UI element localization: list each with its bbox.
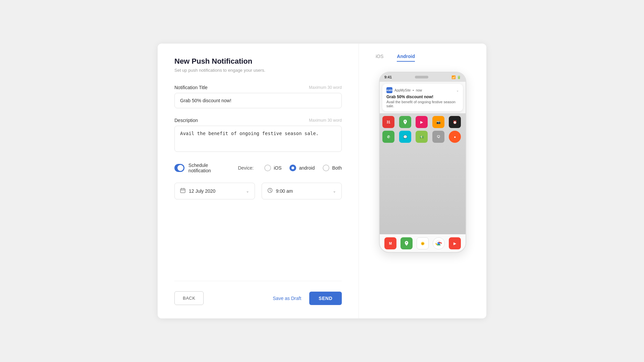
time-chevron-icon: ⌄ xyxy=(333,189,336,193)
tab-ios[interactable]: iOS xyxy=(376,54,383,62)
notif-app: AMS AppMySite • now xyxy=(386,87,422,93)
dock-photos: 🌞 xyxy=(417,237,429,249)
description-header: Description Maximum 30 word xyxy=(174,118,342,123)
description-group: Description Maximum 30 word Avail the be… xyxy=(174,118,342,153)
app-icon-chat: 💬 xyxy=(399,131,411,143)
radio-both[interactable]: Both xyxy=(323,165,342,171)
radio-android[interactable]: android xyxy=(289,165,315,171)
notif-expand-icon: ⌄ xyxy=(456,88,459,92)
left-panel: New Push Notification Set up push notifi… xyxy=(158,44,359,318)
notif-separator: • xyxy=(413,88,414,92)
preview-tabs: iOS Android xyxy=(369,54,415,62)
notif-app-name: AppMySite xyxy=(394,88,411,92)
phone-status-icons: 📶 🔋 xyxy=(451,75,461,79)
phone-app-grid: 31 ▶ 📷 ⏰ ✆ 💬 💵 🗨 ● xyxy=(380,113,466,145)
description-label: Description xyxy=(174,118,198,123)
app-icon-maps xyxy=(399,116,411,128)
footer-right: Save as Draft SEND xyxy=(273,292,342,305)
radio-both-label: Both xyxy=(332,165,342,171)
svg-rect-0 xyxy=(180,189,185,193)
notification-title-header: Notification Title Maximum 30 word xyxy=(174,85,342,90)
device-group: Device: iOS android Both xyxy=(238,165,342,171)
phone-dock: M 🌞 ▶ xyxy=(380,234,466,252)
radio-android-circle xyxy=(289,165,296,171)
app-icon-clock: ⏰ xyxy=(449,116,461,128)
notification-card: AMS AppMySite • now ⌄ Grab 50% discount … xyxy=(382,84,463,111)
radio-both-circle xyxy=(323,165,329,171)
phone-time: 9:41 xyxy=(384,75,392,79)
phone-mockup: 9:41 📶 🔋 AMS AppMySite • now xyxy=(379,72,466,253)
save-draft-button[interactable]: Save as Draft xyxy=(273,296,301,301)
radio-android-label: android xyxy=(299,165,315,171)
description-hint: Maximum 30 word xyxy=(309,118,342,123)
device-label: Device: xyxy=(238,165,254,171)
page-subtitle: Set up push notifications to engage your… xyxy=(174,68,342,73)
date-picker[interactable]: 12 July 2020 ⌄ xyxy=(174,183,255,199)
send-button[interactable]: SEND xyxy=(309,292,342,305)
app-icon-small: AMS xyxy=(386,87,392,93)
battery-icon: 🔋 xyxy=(457,75,461,79)
app-icon-chrome-top: ● xyxy=(449,131,461,143)
app-icon-calendar: 31 xyxy=(382,116,394,128)
date-chevron-icon: ⌄ xyxy=(246,189,249,193)
time-picker[interactable]: 9:00 am ⌄ xyxy=(262,183,342,199)
notification-title-input[interactable] xyxy=(174,93,342,108)
app-icon-play: ▶ xyxy=(416,116,428,128)
dock-maps xyxy=(400,237,413,249)
dock-gmail: M xyxy=(384,237,396,249)
right-panel: iOS Android 9:41 📶 🔋 AMS xyxy=(359,44,486,318)
app-icon-wallet: 💵 xyxy=(416,131,428,143)
form-section: Notification Title Maximum 30 word Descr… xyxy=(174,85,342,281)
phone-camera-dot xyxy=(415,76,428,78)
notification-title-group: Notification Title Maximum 30 word xyxy=(174,85,342,108)
description-input[interactable]: Avail the benefit of ongoing festive sea… xyxy=(174,126,342,152)
schedule-label: Schedule notification xyxy=(189,163,218,173)
footer: BACK Save as Draft SEND xyxy=(174,281,342,305)
dock-chrome xyxy=(433,237,445,249)
app-icon-messages: 🗨 xyxy=(432,131,444,143)
clock-icon xyxy=(267,188,273,194)
time-value: 9:00 am xyxy=(276,188,330,194)
tab-android[interactable]: Android xyxy=(397,54,415,62)
phone-notch: 9:41 📶 🔋 xyxy=(380,72,466,82)
phone-screen: 31 ▶ 📷 ⏰ ✆ 💬 💵 🗨 ● xyxy=(380,113,466,234)
notif-header: AMS AppMySite • now ⌄ xyxy=(386,87,459,93)
back-button[interactable]: BACK xyxy=(174,291,204,305)
radio-ios-circle xyxy=(264,165,271,171)
dock-youtube: ▶ xyxy=(449,237,461,249)
app-abbr: AMS xyxy=(386,89,392,92)
schedule-toggle-group: Schedule notification xyxy=(174,163,218,173)
wifi-icon: 📶 xyxy=(451,75,455,79)
schedule-device-row: Schedule notification Device: iOS androi… xyxy=(174,163,342,173)
notif-time-display: now xyxy=(416,88,422,92)
app-icon-phone: ✆ xyxy=(382,131,394,143)
radio-ios-label: iOS xyxy=(274,165,281,171)
notif-desc: Avail the benefit of ongoing festive sea… xyxy=(386,100,459,108)
calendar-icon xyxy=(180,188,185,194)
notif-title: Grab 50% discount now! xyxy=(386,95,459,99)
page-title: New Push Notification xyxy=(174,57,342,66)
app-icon-photos: 📷 xyxy=(432,116,444,128)
notification-title-label: Notification Title xyxy=(174,85,208,90)
date-value: 12 July 2020 xyxy=(189,188,243,194)
datetime-row: 12 July 2020 ⌄ 9:00 am ⌄ xyxy=(174,183,342,199)
svg-line-6 xyxy=(270,191,271,191)
schedule-toggle[interactable] xyxy=(174,164,184,172)
radio-ios[interactable]: iOS xyxy=(264,165,281,171)
notification-title-hint: Maximum 30 word xyxy=(309,85,342,90)
